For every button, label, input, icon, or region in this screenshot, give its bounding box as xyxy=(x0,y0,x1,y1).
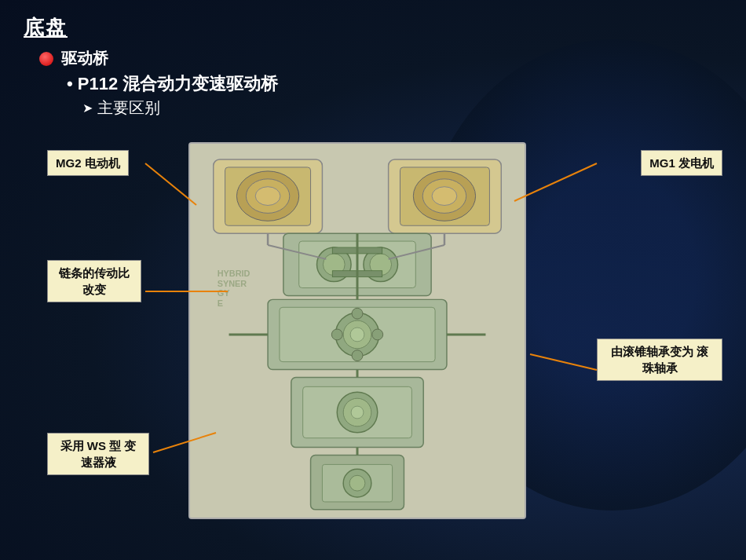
label-chain-ratio: 链条的传动比 改变 xyxy=(47,260,141,302)
label-bearing: 由滚锥轴承变为 滚珠轴承 xyxy=(597,339,722,381)
svg-line-1 xyxy=(514,163,597,201)
svg-point-10 xyxy=(255,187,280,206)
svg-line-3 xyxy=(530,354,597,370)
section-label: 驱动桥 xyxy=(61,48,108,69)
page-content: 底盘 驱动桥 P112 混合动力变速驱动桥 主要区别 xyxy=(0,0,746,543)
label-fluid: 采用 WS 型 变速器液 xyxy=(47,433,149,475)
label-mg1: MG1 发电机 xyxy=(641,150,722,176)
svg-point-30 xyxy=(352,350,363,361)
svg-point-37 xyxy=(351,406,364,419)
page-title: 底盘 xyxy=(24,14,722,42)
arrow-main-diff: 主要区别 xyxy=(82,97,722,119)
diagram-area: HYBRID SYNER GY E MG2 电动机 MG1 发电机 链条的传动比… xyxy=(31,126,722,535)
svg-point-41 xyxy=(349,475,365,491)
svg-point-32 xyxy=(372,329,383,340)
label-mg2: MG2 电动机 xyxy=(47,150,129,176)
svg-text:HYBRID: HYBRID xyxy=(218,269,250,278)
svg-point-29 xyxy=(352,308,363,319)
svg-point-31 xyxy=(331,329,342,340)
svg-text:GY: GY xyxy=(218,288,230,298)
section-item-drive-axle: 驱动桥 xyxy=(39,48,722,69)
svg-point-28 xyxy=(350,328,364,342)
svg-text:SYNER: SYNER xyxy=(218,279,247,288)
bullet-p112: P112 混合动力变速驱动桥 xyxy=(67,72,722,96)
svg-text:E: E xyxy=(218,298,223,308)
red-dot-icon xyxy=(39,52,53,66)
center-diagram-image: HYBRID SYNER GY E xyxy=(188,142,526,519)
svg-point-15 xyxy=(432,187,457,206)
